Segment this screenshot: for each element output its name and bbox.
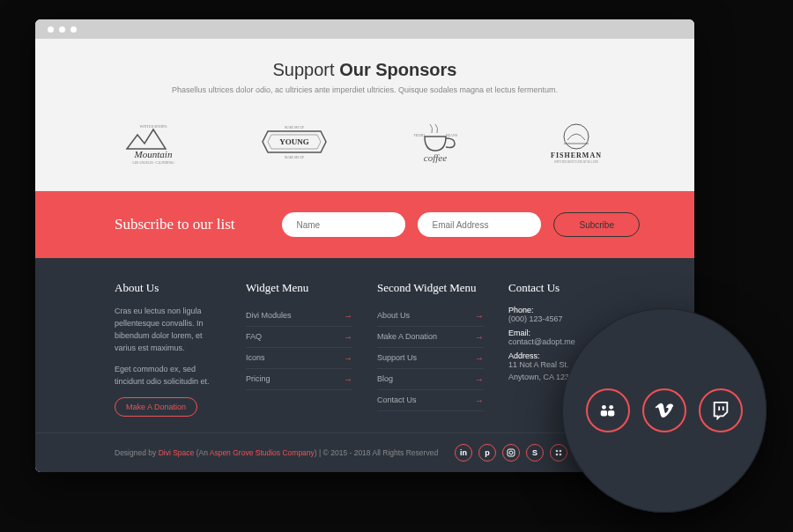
phone-value: (000) 123-4567 [508,314,615,323]
vimeo-icon[interactable] [642,388,686,432]
widget-menu-heading: Widget Menu [246,281,352,295]
sponsor-logo-fisherman: FISHERMANWITH THE BEST TASTE OF SEA LIFE [532,117,620,166]
svg-text:coffee: coffee [424,152,447,163]
sponsors-heading: Support Our Sponsors [35,60,694,80]
svg-text:Mountain: Mountain [134,149,173,159]
svg-rect-21 [608,410,614,416]
second-widget-menu-column: Second Widget Menu About Us→ Make A Dona… [377,281,484,417]
heading-light: Support [273,60,340,79]
email-input[interactable] [418,212,541,237]
menu-item[interactable]: FAQ→ [246,327,352,348]
arrow-icon: → [344,332,352,342]
svg-text:YOUNG: YOUNG [279,137,309,146]
menu-label: Pricing [246,374,271,384]
svg-text:BEANS: BEANS [446,133,457,137]
menu-item[interactable]: Contact Us→ [377,390,484,411]
svg-point-19 [609,405,613,410]
heading-bold: Our Sponsors [339,60,456,79]
menu-item[interactable]: Divi Modules→ [246,306,352,327]
menu-item[interactable]: Pricing→ [246,369,352,390]
about-text-2: Eget commodo ex, sed tincidunt odio soli… [115,364,221,388]
menu-label: Support Us [377,353,417,363]
window-dot[interactable] [59,26,65,33]
text: ) | © 2015 - 2018 All Rights Reserved [315,448,438,457]
about-column: About Us Cras eu lectus non ligula pelle… [115,281,221,417]
svg-point-9 [564,124,589,149]
svg-text:FRESH: FRESH [414,133,426,137]
menu-item[interactable]: Make A Donation→ [377,327,484,348]
sponsor-logo-young: YOUNGMAKE ME UPMAKE ME UP [250,117,338,166]
svg-point-16 [556,453,559,455]
subscribe-button[interactable]: Subcribe [553,212,639,237]
menu-label: About Us [377,311,410,321]
arrow-icon: → [475,332,484,342]
arrow-icon: → [475,311,484,321]
menu-label: Divi Modules [246,311,292,321]
skype-icon[interactable]: S [526,444,544,462]
svg-text:· LOS ANGELES · CALIFORNIA ·: · LOS ANGELES · CALIFORNIA · [131,161,175,165]
second-widget-menu-heading: Second Widget Menu [377,281,484,295]
zoom-callout [562,308,767,513]
arrow-icon: → [475,353,484,363]
svg-text:MAKE ME UP: MAKE ME UP [285,156,304,159]
name-input[interactable] [282,212,405,237]
svg-point-15 [560,449,562,452]
svg-point-18 [602,405,606,410]
phone-label: Phone: [508,306,615,314]
group-icon[interactable] [586,388,630,432]
sponsor-logo-coffee: coffeeFRESHBEANS [391,117,479,166]
subscribe-heading: Subscribe to our list [115,216,234,233]
menu-label: Make A Donation [377,332,437,342]
widget-menu-column: Widget Menu Divi Modules→ FAQ→ Icons→ Pr… [246,281,352,417]
svg-point-13 [509,451,513,454]
menu-item[interactable]: Icons→ [246,348,352,369]
arrow-icon: → [344,311,352,321]
svg-point-17 [560,453,562,455]
instagram-icon[interactable] [502,444,520,462]
sponsors-subtitle: Phasellus ultrices dolor odio, ac ultric… [35,85,694,94]
svg-text:WITH THE BEST TASTE OF SEA LIF: WITH THE BEST TASTE OF SEA LIFE [554,160,598,164]
aspen-grove-link[interactable]: Aspen Grove Studios Company [210,448,315,457]
group-icon[interactable] [550,444,567,462]
menu-item[interactable]: About Us→ [377,306,484,327]
menu-label: Contact Us [377,395,417,405]
pinterest-icon[interactable]: p [478,444,496,462]
about-text-1: Cras eu lectus non ligula pellentesque c… [115,306,221,355]
arrow-icon: → [344,374,352,384]
arrow-icon: → [475,374,484,384]
about-heading: About Us [115,281,221,295]
menu-label: Icons [246,353,265,363]
subscribe-bar: Subscribe to our list Subcribe [35,191,694,258]
browser-chrome [35,19,694,39]
svg-text:MAKE ME UP: MAKE ME UP [285,126,304,129]
menu-label: Blog [377,374,393,384]
svg-rect-12 [508,449,515,456]
sponsor-logos-row: MountainWINTER SPORTS· LOS ANGELES · CAL… [35,117,694,166]
text: (An [194,448,209,457]
donate-button[interactable]: Make A Donation [115,397,197,417]
divi-space-link[interactable]: Divi Space [159,448,195,457]
svg-text:WINTER SPORTS: WINTER SPORTS [140,124,167,129]
arrow-icon: → [475,395,484,405]
window-dot[interactable] [48,26,54,33]
copyright-text: Designed by Divi Space (An Aspen Grove S… [115,448,438,457]
menu-item[interactable]: Blog→ [377,369,484,390]
twitch-icon[interactable] [699,388,743,432]
sponsor-logo-mountain: MountainWINTER SPORTS· LOS ANGELES · CAL… [109,117,197,166]
contact-heading: Contact Us [508,281,615,295]
text: Designed by [115,448,159,457]
svg-rect-20 [601,410,607,416]
svg-point-14 [556,449,559,452]
sponsors-section: Support Our Sponsors Phasellus ultrices … [35,39,694,191]
svg-text:FISHERMAN: FISHERMAN [551,151,602,159]
menu-label: FAQ [246,332,262,342]
linkedin-icon[interactable]: in [455,444,472,462]
menu-item[interactable]: Support Us→ [377,348,484,369]
arrow-icon: → [344,353,352,363]
window-dot[interactable] [70,26,77,33]
